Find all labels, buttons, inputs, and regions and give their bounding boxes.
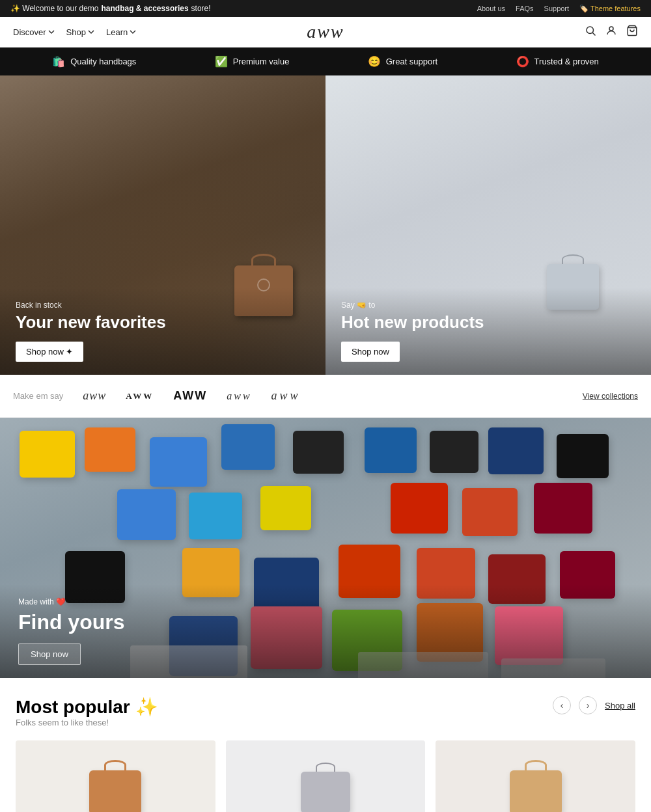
hero-right-eyebrow: Say 🤜 to — [341, 301, 635, 310]
hero-left-shop-button[interactable]: Shop now ✦ — [16, 342, 83, 362]
brands-row: Make em say aww AWW AWW aww aww View col… — [0, 375, 651, 418]
feature-support: 😊 Great support — [368, 55, 438, 68]
main-nav: Discover Shop Learn aww — [0, 17, 651, 47]
hero-left-overlay: Back in stock Your new favorites Shop no… — [0, 288, 326, 375]
big-hero-eyebrow: Made with ❤️ — [18, 597, 633, 606]
cart-icon[interactable] — [626, 25, 638, 39]
brand-prefix: Make em say — [13, 391, 63, 401]
nav-right — [585, 25, 638, 39]
theme-features-link[interactable]: 🏷️ Theme features — [579, 5, 641, 13]
big-hero-title: Find yours — [18, 610, 633, 634]
hero-left-title: Your new favorites — [16, 312, 310, 332]
faqs-link[interactable]: FAQs — [516, 5, 534, 13]
big-hero-shop-button[interactable]: Shop now — [18, 643, 81, 665]
big-hero-banner: Made with ❤️ Find yours Shop now — [0, 418, 651, 678]
svg-point-2 — [609, 27, 613, 31]
premium-icon: ✅ — [215, 55, 228, 68]
feature-quality: 🛍️ Quality handbags — [52, 55, 136, 68]
most-popular-subtitle: Folks seem to like these! — [16, 718, 158, 727]
brand-logo-3[interactable]: AWW — [173, 389, 207, 403]
svg-point-0 — [587, 27, 594, 34]
brand-logo-4[interactable]: aww — [227, 390, 251, 402]
nav-left: Discover Shop Learn — [13, 27, 136, 37]
prev-arrow[interactable]: ‹ — [553, 696, 571, 714]
search-icon[interactable] — [585, 25, 596, 39]
product-card-2[interactable] — [226, 740, 426, 812]
brand-logo-5[interactable]: aww — [271, 389, 301, 403]
brand-logo-2[interactable]: AWW — [126, 391, 154, 401]
feature-bar: 🛍️ Quality handbags ✅ Premium value 😊 Gr… — [0, 47, 651, 75]
next-arrow[interactable]: › — [579, 696, 597, 714]
hero-panel-right: Say 🤜 to Hot new products Shop now — [326, 75, 651, 375]
product-card-1[interactable] — [16, 740, 215, 812]
hero-grid: Back in stock Your new favorites Shop no… — [0, 75, 651, 375]
hero-left-eyebrow: Back in stock — [16, 301, 310, 310]
announcement-links: About us FAQs Support 🏷️ Theme features — [477, 5, 641, 13]
announcement-text: ✨ Welcome to our demo handbag & accessor… — [10, 4, 211, 13]
nav-learn[interactable]: Learn — [106, 27, 136, 37]
svg-line-1 — [592, 33, 595, 35]
product-grid — [16, 740, 635, 812]
trusted-icon: ⭕ — [516, 55, 529, 68]
site-logo[interactable]: aww — [307, 21, 344, 42]
product-card-3[interactable] — [436, 740, 635, 812]
hero-right-title: Hot new products — [341, 312, 635, 332]
quality-icon: 🛍️ — [52, 55, 65, 68]
about-us-link[interactable]: About us — [477, 5, 505, 13]
most-popular-title: Most popular ✨ — [16, 696, 158, 718]
feature-premium: ✅ Premium value — [215, 55, 290, 68]
most-popular-header: Most popular ✨ Folks seem to like these!… — [16, 696, 635, 738]
big-hero-overlay: Made with ❤️ Find yours Shop now — [0, 584, 651, 678]
hero-right-shop-button[interactable]: Shop now — [341, 342, 400, 362]
account-icon[interactable] — [605, 25, 617, 39]
hero-panel-left: Back in stock Your new favorites Shop no… — [0, 75, 326, 375]
announcement-bar: ✨ Welcome to our demo handbag & accessor… — [0, 0, 651, 17]
support-icon: 😊 — [368, 55, 381, 68]
most-popular-nav: ‹ › Shop all — [553, 696, 635, 714]
hero-right-overlay: Say 🤜 to Hot new products Shop now — [326, 288, 651, 375]
feature-trusted: ⭕ Trusted & proven — [516, 55, 599, 68]
nav-shop[interactable]: Shop — [66, 27, 94, 37]
shop-all-link[interactable]: Shop all — [605, 701, 635, 710]
most-popular-section: Most popular ✨ Folks seem to like these!… — [0, 678, 651, 812]
view-collections-link[interactable]: View collections — [583, 392, 638, 401]
brand-logo-1[interactable]: aww — [83, 389, 106, 403]
nav-discover[interactable]: Discover — [13, 27, 55, 37]
support-link[interactable]: Support — [544, 5, 570, 13]
